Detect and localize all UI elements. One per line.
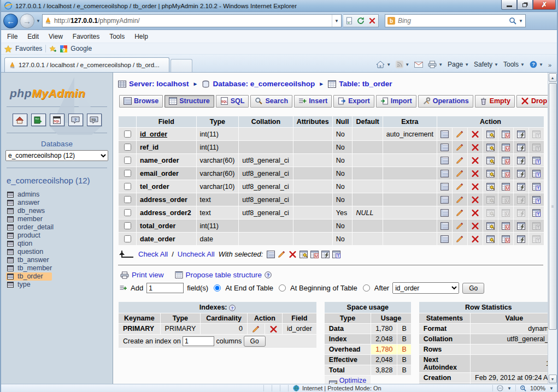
browse-icon[interactable] (440, 130, 449, 138)
docs-help-button[interactable]: ? (68, 114, 83, 126)
database-select[interactable]: e_comerceoilshop (12) (5, 150, 108, 161)
primary-icon[interactable] (486, 130, 495, 138)
drop-icon[interactable] (269, 325, 278, 333)
menu-file[interactable]: File (2, 31, 22, 42)
search-box[interactable]: b Bing ▼ (385, 14, 526, 27)
tab-import[interactable]: Import (376, 95, 416, 108)
tab-browse[interactable]: Browse (119, 95, 163, 108)
primary-icon[interactable] (486, 157, 495, 164)
protected-mode-icon[interactable] (497, 385, 503, 391)
home-button[interactable]: ▼ (376, 61, 391, 68)
favorites-link-google[interactable]: Google (71, 45, 92, 52)
fulltext-icon[interactable]: T (332, 251, 340, 258)
tab-search[interactable]: Search (250, 95, 292, 108)
primary-icon[interactable] (486, 183, 495, 191)
scroll-down-button[interactable]: ▼ (549, 375, 557, 383)
browse-icon[interactable] (440, 235, 449, 243)
logout-button[interactable]: Exit (31, 114, 46, 126)
propose-structure-link[interactable]: Propose table structure ? (175, 271, 272, 279)
row-checkbox[interactable] (124, 235, 131, 242)
browse-icon[interactable] (440, 196, 449, 204)
index-icon[interactable] (517, 157, 525, 164)
uncheck-all-link[interactable]: Uncheck All (178, 250, 215, 258)
breadcrumb-item[interactable]: Table: tb_order (328, 80, 392, 88)
home-button[interactable] (13, 114, 27, 126)
favorites-button[interactable]: Favorites (15, 45, 42, 52)
primary-icon[interactable] (486, 235, 495, 243)
row-checkbox[interactable] (124, 144, 131, 151)
menu-help[interactable]: Help (130, 31, 153, 42)
browse-icon[interactable] (440, 222, 449, 230)
scroll-up-button[interactable]: ▲ (549, 73, 557, 82)
zoom-level[interactable]: 100% (530, 385, 545, 391)
sidebar-table-answer[interactable]: answer (6, 199, 42, 207)
browse-icon[interactable] (267, 251, 275, 258)
browser-tab[interactable]: PMA 127.0.0.1 / localhost / e_comerceoil… (4, 57, 169, 72)
fulltext-icon[interactable]: T (532, 170, 541, 177)
search-options-dropdown[interactable]: ▼ (519, 19, 523, 23)
vertical-scrollbar[interactable]: ▲ ≡ ▼ (548, 73, 557, 384)
print-view-link[interactable]: Print view (120, 271, 164, 279)
query-window-button[interactable]: SQL (87, 114, 102, 126)
zoom-icon[interactable] (520, 385, 526, 391)
menu-edit[interactable]: Edit (22, 31, 44, 42)
help-doc-icon[interactable]: ? (265, 271, 272, 278)
drop-icon[interactable] (471, 157, 479, 164)
sidebar-table-product[interactable]: product (6, 231, 43, 240)
index-columns-input[interactable] (183, 336, 214, 346)
change-icon[interactable] (278, 251, 286, 258)
tab-drop[interactable]: Drop (516, 95, 548, 108)
tab-export[interactable]: Export (333, 95, 374, 108)
more-commands-button[interactable]: » (548, 61, 551, 68)
menu-favorites[interactable]: Favorites (68, 31, 104, 42)
tab-sql[interactable]: SQLSQL (216, 95, 249, 108)
index-icon[interactable] (321, 251, 330, 258)
database-heading[interactable]: e_comerceoilshop (12) (7, 176, 113, 185)
tab-insert[interactable]: Insert (294, 95, 332, 108)
check-all-link[interactable]: Check All (138, 250, 168, 258)
row-checkbox[interactable] (124, 222, 131, 229)
drop-icon[interactable] (471, 235, 479, 243)
unique-icon[interactable]: U (502, 222, 510, 230)
index-icon[interactable] (517, 144, 525, 151)
fulltext-icon[interactable]: T (532, 157, 541, 164)
add-field-go-button[interactable]: Go (462, 283, 484, 294)
url-dropdown[interactable]: ▼ (332, 15, 341, 27)
tab-empty[interactable]: Empty (475, 95, 515, 108)
breadcrumb-item[interactable]: Server: localhost (118, 80, 189, 88)
drop-icon[interactable] (471, 144, 479, 151)
change-icon[interactable] (456, 157, 464, 164)
browse-icon[interactable] (440, 209, 449, 217)
change-icon[interactable] (456, 235, 464, 243)
drop-icon[interactable] (471, 130, 479, 138)
index-icon[interactable] (517, 222, 525, 230)
unique-icon[interactable]: U (502, 235, 510, 243)
change-icon[interactable] (456, 170, 464, 177)
print-button[interactable]: ▼ (428, 61, 443, 68)
page-menu[interactable]: Page▼ (448, 61, 469, 68)
drop-icon[interactable] (289, 251, 297, 258)
radio-after[interactable] (363, 284, 370, 292)
search-icon[interactable] (509, 17, 516, 25)
index-icon[interactable] (517, 170, 525, 177)
fulltext-icon[interactable]: T (532, 196, 541, 204)
index-icon[interactable] (517, 183, 525, 191)
drop-icon[interactable] (471, 170, 479, 177)
add-field-count-input[interactable] (146, 283, 184, 293)
tab-structure[interactable]: Structure (165, 95, 214, 108)
change-icon[interactable] (456, 222, 464, 230)
sidebar-table-member[interactable]: member (6, 215, 45, 223)
stop-icon[interactable] (368, 17, 376, 25)
create-index-go-button[interactable]: Go (244, 336, 266, 347)
after-field-select[interactable]: id_order (392, 282, 459, 294)
recent-pages-dropdown[interactable]: ▼ (36, 19, 40, 23)
primary-icon[interactable] (486, 144, 495, 151)
read-mail-button[interactable] (414, 62, 423, 68)
browse-icon[interactable] (440, 170, 449, 177)
change-icon[interactable] (456, 209, 464, 217)
optimize-table-link[interactable]: Optimize table (325, 376, 371, 384)
fulltext-icon[interactable]: T (532, 183, 541, 191)
browse-icon[interactable] (440, 183, 449, 191)
row-checkbox[interactable] (124, 183, 131, 190)
fulltext-icon[interactable]: T (532, 209, 541, 217)
